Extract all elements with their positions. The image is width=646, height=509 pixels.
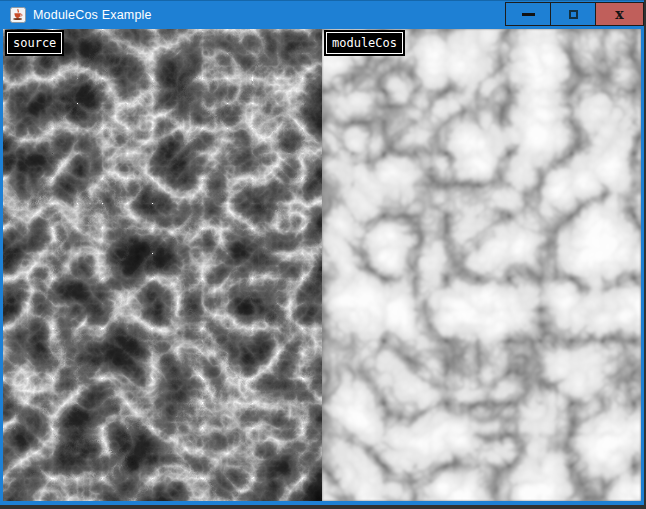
maximize-button[interactable] [550,2,596,26]
content-area: source moduleCos [3,29,641,501]
minimize-button[interactable] [505,2,551,26]
app-window: ModuleCos Example x source moduleCos [0,0,644,505]
close-icon: x [615,7,623,21]
modulecos-noise-image [322,29,641,501]
source-label: source [7,32,62,54]
source-panel: source [3,29,322,501]
maximize-icon [569,10,578,19]
minimize-icon [522,13,535,16]
close-button[interactable]: x [595,2,644,26]
window-controls: x [506,2,644,26]
modulecos-label: moduleCos [326,32,403,54]
titlebar[interactable]: ModuleCos Example x [0,1,644,29]
window-title: ModuleCos Example [33,8,152,22]
source-noise-image [3,29,322,501]
modulecos-panel: moduleCos [322,29,641,501]
java-coffee-cup-icon [10,7,26,23]
